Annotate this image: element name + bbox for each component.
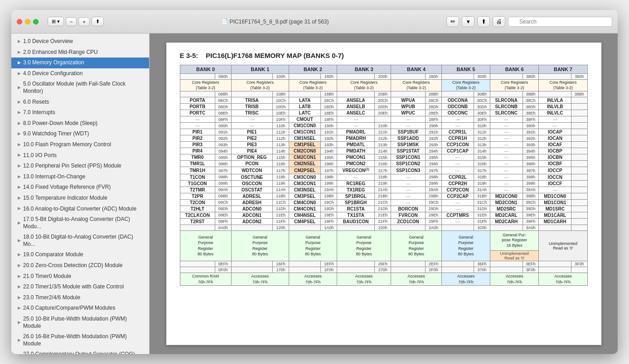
bank1-header: BANK 1 — [231, 65, 289, 74]
sidebar-item-label: 27.0 Complementary Output Generator (COG… — [23, 351, 145, 354]
sidebar-item-label: 1.0 Device Overview — [23, 38, 73, 45]
arrow-icon: ▶ — [18, 306, 21, 311]
sidebar-item-9[interactable]: ▶ 9.0 Watchdog Timer (WDT) — [11, 129, 149, 139]
sidebar-item-23[interactable]: ▶ 23.0 Timer2/4/6 Module — [11, 292, 149, 303]
arrow-icon: ▶ — [18, 196, 21, 201]
arrow-icon: ▶ — [18, 284, 21, 290]
titlebar: ⊞ ▾ − + ⬆ 📄 PIC16F1764_5_8_9.pdf (page 3… — [11, 10, 618, 34]
sidebar-item-label: 3.0 Memory Organization — [23, 59, 84, 67]
share-button[interactable]: ⬆ — [92, 17, 104, 26]
sidebar-item-label: 19.0 Comparator Module — [23, 251, 83, 259]
addr-cell — [441, 74, 474, 80]
core-reg-cell: Core Registers(Table 3-2) — [180, 80, 231, 91]
print-button[interactable]: 🖨 — [493, 16, 505, 27]
sidebar-item-11[interactable]: ▶ 11.0 I/O Ports — [11, 150, 149, 161]
zoom-in-button[interactable]: + — [78, 17, 89, 26]
sidebar-item-22[interactable]: ▶ 22.0 Timer1/3/5 Module with Gate Contr… — [11, 282, 149, 292]
title-icon: 📄 — [221, 19, 229, 25]
sidebar-toggle-button[interactable]: ⊞ ▾ — [48, 17, 64, 26]
search-input[interactable] — [508, 17, 612, 27]
figure-name: PIC16(L)F1768 MEMORY MAP (BANKS 0-7) — [206, 52, 344, 59]
maximize-button[interactable] — [33, 19, 39, 24]
sidebar-item-7[interactable]: ▶ 7.0 Interrupts — [11, 107, 149, 118]
table-row: 0F0h 170h 1F0h 270h 2F0h 370h 3F0h — [180, 267, 587, 273]
core-reg-cell: Core Registers(Table 3-2) — [391, 80, 442, 91]
zoom-out-button[interactable]: − — [66, 17, 77, 26]
sidebar-item-15[interactable]: ▶ 15.0 Temperature Indicator Module — [11, 193, 149, 204]
table-row: PORTB08Dh TRISB10Dh LATB18Dh ANSELB20Dh … — [180, 104, 587, 110]
arrow-icon: ▶ — [18, 220, 21, 226]
sidebar-item-19[interactable]: ▶ 19.0 Comparator Module — [11, 249, 149, 260]
arrow-icon: ▶ — [18, 85, 21, 91]
core-reg-cell: Core Registers(Table 3-2) — [289, 80, 337, 91]
table-row: T2PR09Bh ADRESL11Bh CM3PSEL19Bh SP1BRGL2… — [180, 193, 587, 199]
arrow-icon: ▶ — [18, 60, 21, 66]
sidebar-item-12[interactable]: ▶ 12.0 Peripheral Pin Select (PPS) Modul… — [11, 161, 149, 172]
sidebar: ▶ 1.0 Device Overview ▶ 2.0 Enhanced Mid… — [11, 34, 150, 354]
bank5-header: BANK 5 — [441, 65, 490, 74]
arrow-icon: ▶ — [18, 39, 21, 44]
table-row: TMR1H097h WDTCON117h CM2PSEL197h VREGCON… — [180, 167, 587, 174]
table-row: PORTA08Ch TRISA10Ch LATA18Ch ANSELA20Ch … — [180, 97, 587, 104]
annotate-button[interactable]: ✏ — [446, 16, 459, 27]
sidebar-item-label: 9.0 Watchdog Timer (WDT) — [23, 130, 89, 138]
sidebar-item-label: 13.0 Interrupt-On-Change — [23, 173, 85, 181]
minimize-button[interactable] — [25, 19, 30, 24]
addr-cell — [539, 74, 571, 80]
bank0-header: BANK 0 — [180, 65, 231, 74]
zoom-out-icon: − — [70, 19, 73, 24]
sidebar-item-16[interactable]: ▶ 16.0 Analog-to-Digital Converter (ADC)… — [11, 204, 149, 215]
pdf-area[interactable]: E 3-5: PIC16(L)F1768 MEMORY MAP (BANKS 0… — [150, 34, 618, 354]
sidebar-item-label: 14.0 Fixed Voltage Reference (FVR) — [23, 184, 111, 191]
sidebar-item-13[interactable]: ▶ 13.0 Interrupt-On-Change — [11, 172, 149, 182]
sidebar-item-label: 18.0 10-Bit Digital-to-Analog Converter … — [23, 234, 145, 248]
sidebar-item-20[interactable]: ▶ 20.0 Zero-Cross Detection (ZCD) Module — [11, 260, 149, 271]
window-title: 📄 PIC16F1764_5_8_9.pdf (page 31 of 563) — [104, 19, 446, 25]
arrow-icon: ▶ — [18, 295, 21, 301]
bank7-header: BANK 7 — [539, 65, 587, 74]
sidebar-item-label: 7.0 Interrupts — [23, 109, 55, 116]
arrow-icon: ▶ — [18, 121, 21, 126]
addr-cell: 380h — [523, 74, 539, 80]
addr-cell: 080h — [215, 74, 231, 80]
sidebar-item-label: 21.0 Timer0 Module — [23, 273, 71, 280]
arrow-icon: ▶ — [18, 163, 21, 169]
close-button[interactable] — [17, 19, 22, 24]
arrow-icon: ▶ — [18, 274, 21, 279]
arrow-icon: ▶ — [18, 50, 21, 55]
sidebar-item-4[interactable]: ▶ 4.0 Device Configuration — [11, 68, 149, 79]
addr-cell — [231, 74, 272, 80]
zoom-in-icon: + — [82, 19, 85, 24]
traffic-lights — [17, 19, 39, 24]
sidebar-item-25[interactable]: ▶ 25.0 10-Bit Pulse-Width Modulation (PW… — [11, 314, 149, 331]
arrow-icon: ▶ — [18, 252, 21, 258]
sidebar-item-10[interactable]: ▶ 10.0 Flash Program Memory Control — [11, 139, 149, 150]
export-button[interactable]: ⬆ — [477, 16, 490, 27]
sidebar-item-18[interactable]: ▶ 18.0 10-Bit Digital-to-Analog Converte… — [11, 232, 149, 249]
toolbar-right: ✏ ▾ ⬆ 🖨 — [446, 16, 612, 27]
sidebar-item-label: 2.0 Enhanced Mid-Range CPU — [23, 49, 98, 56]
addr-cell: 100h — [273, 74, 289, 80]
arrow-icon: ▶ — [18, 185, 21, 190]
arrow-icon: ▶ — [18, 131, 21, 137]
sidebar-item-5[interactable]: ▶ 5.0 Oscillator Module (with Fail-Safe … — [11, 79, 149, 96]
search-wrap — [508, 17, 612, 27]
table-row: 0EFh 16Fh 1EFh 26Fh 2EFh 36Fh 3EFh 3F0h — [180, 261, 587, 267]
addr-cell — [337, 74, 375, 80]
sidebar-item-17[interactable]: ▶ 17.0 5-Bit Digital-to-Analog Converter… — [11, 214, 149, 232]
sidebar-item-1[interactable]: ▶ 1.0 Device Overview — [11, 36, 149, 47]
sidebar-item-8[interactable]: ▶ 8.0 Power-Down Mode (Sleep) — [11, 118, 149, 129]
bank6-header: BANK 6 — [490, 65, 539, 74]
sidebar-item-3[interactable]: ▶ 3.0 Memory Organization — [11, 57, 149, 68]
sidebar-item-26[interactable]: ▶ 26.0 16-Bit Pulse-Width Modulation (PW… — [11, 331, 149, 349]
sidebar-item-21[interactable]: ▶ 21.0 Timer0 Module — [11, 271, 149, 282]
sidebar-item-2[interactable]: ▶ 2.0 Enhanced Mid-Range CPU — [11, 47, 149, 58]
sidebar-item-14[interactable]: ▶ 14.0 Fixed Voltage Reference (FVR) — [11, 182, 149, 193]
sidebar-item-6[interactable]: ▶ 6.0 Resets — [11, 97, 149, 108]
sidebar-item-label: 25.0 10-Bit Pulse-Width Modulation (PWM)… — [23, 316, 145, 330]
sidebar-item-27[interactable]: ▶ 27.0 Complementary Output Generator (C… — [11, 349, 149, 354]
annotate-chevron-button[interactable]: ▾ — [462, 16, 474, 27]
core-reg-cell: Core Registers(Table 3-2) — [490, 80, 539, 91]
table-row: —08Fh —10Fh CMOUT18Fh — —28Fh —30Fh —38F… — [180, 116, 587, 123]
sidebar-item-24[interactable]: ▶ 24.0 Capture/Compare/PWM Modules — [11, 303, 149, 314]
